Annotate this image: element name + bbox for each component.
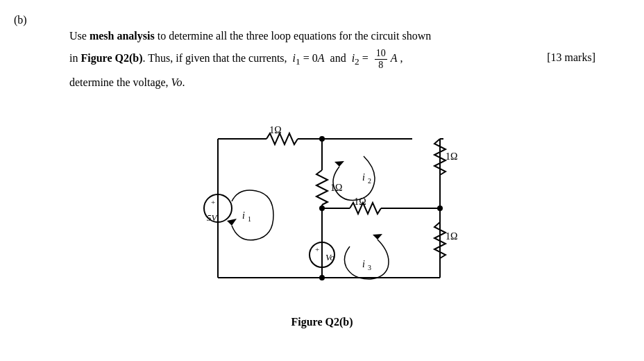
figure-label: Figure Q2(b) (291, 316, 353, 328)
svg-text:Vo: Vo (325, 252, 335, 262)
line2: in Figure Q2(b). Thus, if given that the… (69, 48, 616, 70)
svg-marker-29 (227, 219, 237, 226)
page: (b) Use mesh analysis to determine all t… (0, 0, 644, 361)
figure-ref: Figure Q2(b) (80, 52, 142, 64)
Vo-text: Vo (171, 76, 183, 88)
frac-denominator: 8 (377, 60, 384, 70)
circuit-diagram: + 5V + Vo (176, 118, 468, 305)
svg-marker-30 (334, 161, 344, 167)
svg-text:1Ω: 1Ω (354, 196, 366, 207)
svg-point-26 (319, 205, 325, 211)
svg-text:3: 3 (368, 264, 371, 271)
svg-point-27 (437, 205, 443, 211)
mesh-analysis-term: mesh analysis (90, 30, 155, 42)
line1: Use mesh analysis to determine all the t… (69, 26, 616, 45)
svg-text:i: i (362, 172, 365, 183)
line3: determine the voltage, Vo. (69, 73, 616, 92)
fraction: 10 8 (375, 48, 387, 70)
svg-text:1: 1 (248, 215, 251, 223)
question-label: (b) (14, 14, 27, 26)
svg-text:1Ω: 1Ω (446, 231, 457, 242)
i2-sub: 2 (355, 56, 359, 67)
svg-marker-31 (373, 234, 382, 240)
i1-sub: 1 (296, 56, 300, 67)
svg-text:1Ω: 1Ω (446, 151, 457, 162)
marks: [13 marks] (547, 48, 595, 67)
figure-label-text: Figure Q2(b) (291, 316, 353, 328)
frac-numerator: 10 (375, 48, 387, 59)
svg-text:+: + (315, 245, 319, 253)
svg-text:5V: 5V (207, 212, 219, 223)
svg-point-25 (319, 136, 325, 142)
svg-text:+: + (211, 198, 215, 206)
svg-text:1Ω: 1Ω (330, 183, 342, 193)
question-text: Use mesh analysis to determine all the t… (69, 26, 616, 92)
svg-text:2: 2 (368, 177, 371, 185)
svg-text:i: i (242, 210, 245, 221)
svg-text:i: i (362, 259, 365, 269)
svg-point-28 (319, 275, 325, 280)
svg-text:1Ω: 1Ω (269, 125, 281, 135)
circuit-svg: + 5V + Vo (176, 118, 468, 305)
